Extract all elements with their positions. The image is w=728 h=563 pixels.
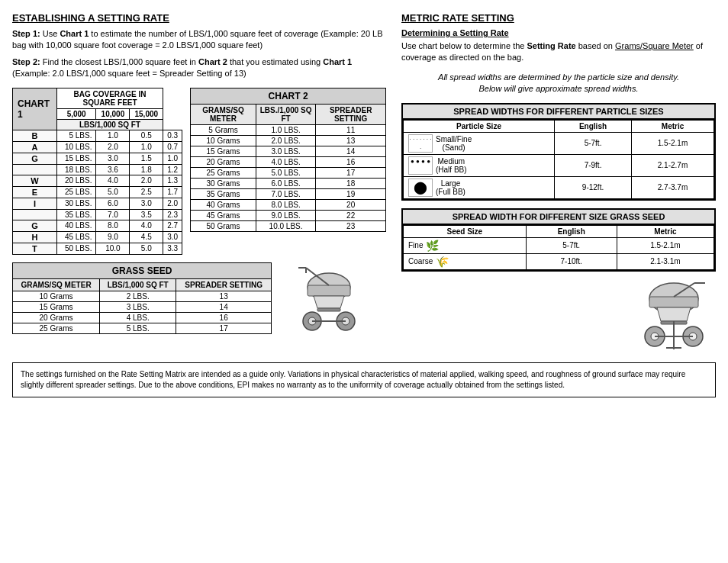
chart1-value: 5.0	[96, 186, 130, 198]
chart2-cell: 9.0 LBS.	[256, 210, 316, 220]
spread-seed-value: 5-7ft.	[526, 237, 617, 253]
chart1-title: CHART 1	[13, 88, 57, 130]
chart1-weight: 35 LBS.	[56, 209, 96, 220]
chart1-value: 1.2	[163, 164, 182, 175]
chart1-value: 0.7	[163, 141, 182, 153]
seed-icon: 🌾	[436, 256, 449, 268]
chart2-cell: 4.0 LBS.	[256, 156, 316, 167]
left-column: ESTABLISHING A SETTING RATE Step 1: Use …	[12, 12, 386, 352]
chart1-value: 2.5	[130, 186, 163, 198]
spread-widths-header: Particle Size	[404, 120, 555, 132]
grass-seed-cell: 20 Grams	[13, 312, 100, 323]
spread-seed-header: English	[526, 225, 617, 237]
spread-widths-header: English	[555, 120, 632, 132]
chart1-side-letter: H	[13, 231, 57, 243]
chart1-weight: 10 LBS.	[56, 141, 96, 153]
chart2-cell: 13	[316, 135, 386, 146]
disclaimer: The settings furnished on the Rate Setti…	[12, 362, 716, 397]
spread-widths-title: SPREAD WIDTHS FOR DIFFERENT PARTICLE SIZ…	[403, 105, 714, 120]
chart2: CHART 2 GRAMS/SQ METERLBS./1,000 SQ FTSP…	[190, 88, 386, 232]
grass-seed-cell: 13	[176, 291, 272, 301]
italic-note: All spread widths are determined by the …	[401, 72, 716, 95]
spread-widths-header: Metric	[632, 120, 714, 132]
chart2-header: LBS./1,000 SQ FT	[256, 104, 316, 124]
chart2-cell: 16	[316, 156, 386, 167]
chart2-cell: 19	[316, 188, 386, 199]
chart1-value: 1.0	[130, 141, 163, 153]
chart1-value: 1.3	[163, 175, 182, 186]
spreader-image-right	[401, 279, 716, 352]
seed-name: Fine	[408, 241, 423, 249]
chart2-cell: 20 Grams	[191, 156, 256, 167]
chart2-cell: 11	[316, 124, 386, 135]
grass-seed-cell: 17	[176, 323, 272, 333]
right-column: METRIC RATE SETTING Determining a Settin…	[401, 12, 716, 352]
chart2-cell: 17	[316, 167, 386, 178]
chart1-weight: 40 LBS.	[56, 220, 96, 231]
svg-rect-3	[317, 308, 340, 311]
spread-seed-value: 2.1-3.1m	[617, 253, 714, 269]
svg-rect-13	[649, 297, 698, 307]
chart1-side-letter: W	[13, 175, 57, 186]
chart1-value: 6.0	[96, 198, 130, 209]
chart2-cell: 15 Grams	[191, 146, 256, 156]
chart2-cell: 25 Grams	[191, 167, 256, 178]
step2: Step 2: Find the closest LBS/1,000 squar…	[12, 56, 386, 80]
chart1-value: 2.0	[96, 141, 130, 153]
chart1-bag-coverage-header: BAG COVERAGE IN SQUARE FEET	[56, 88, 163, 108]
metric-title: METRIC RATE SETTING	[401, 12, 716, 24]
chart1-weight: 18 LBS.	[56, 164, 96, 175]
grass-seed-cell: 10 Grams	[13, 291, 100, 301]
chart1-value: 7.0	[96, 209, 130, 220]
chart2-cell: 5.0 LBS.	[256, 167, 316, 178]
chart1-value: 4.0	[96, 175, 130, 186]
grass-seed-cell: 2 LBS.	[100, 291, 176, 301]
chart1-col1: 5,000	[56, 108, 96, 119]
chart1-value: 3.0	[130, 198, 163, 209]
right-intro: Use chart below to determine the Setting…	[401, 40, 716, 64]
chart1-value: 2.0	[163, 198, 182, 209]
chart2-cell: 18	[316, 178, 386, 188]
bottom-row: GRASS SEED GRAMS/SQ METERLBS/1,000 SQ FT…	[12, 255, 386, 339]
grass-seed-cell: 15 Grams	[13, 301, 100, 312]
determining-title: Determining a Setting Rate	[401, 28, 716, 37]
spread-widths-table: Particle SizeEnglishMetric · · · · · · ·…	[403, 120, 714, 199]
chart1-value: 3.0	[163, 231, 182, 243]
svg-rect-1	[308, 285, 350, 296]
chart1-value: 1.0	[96, 130, 130, 141]
chart2-cell: 10 Grams	[191, 135, 256, 146]
particle-icon: · · · · · · · ·	[408, 134, 433, 153]
chart2-cell: 8.0 LBS.	[256, 199, 316, 210]
chart1-value: 3.5	[130, 209, 163, 220]
grass-seed-cell: 3 LBS.	[100, 301, 176, 312]
chart1-value: 1.5	[130, 153, 163, 164]
chart1-value: 10.0	[96, 243, 130, 254]
spread-width-value: 2.1-2.7m	[632, 154, 714, 176]
chart1-value: 8.0	[96, 220, 130, 231]
spread-width-value: 9-12ft.	[555, 176, 632, 198]
step1: Step 1: Use Chart 1 to estimate the numb…	[12, 28, 386, 52]
grass-seed-header: SPREADER SETTING	[176, 278, 272, 291]
charts-row: CHART 1 BAG COVERAGE IN SQUARE FEET 5,00…	[12, 88, 386, 255]
spread-seed-header: Seed Size	[404, 225, 527, 237]
steps: Step 1: Use Chart 1 to estimate the numb…	[12, 28, 386, 80]
chart1-side-letter: T	[13, 243, 57, 254]
spread-seed-value: 7-10ft.	[526, 253, 617, 269]
chart1-weight: 30 LBS.	[56, 198, 96, 209]
chart1-weight: 15 LBS.	[56, 153, 96, 164]
spread-seed-header: Metric	[617, 225, 714, 237]
chart1-value: 0.3	[163, 130, 182, 141]
chart1-weight: 50 LBS.	[56, 243, 96, 254]
chart1-value: 3.6	[96, 164, 130, 175]
grass-seed-header: GRAMS/SQ METER	[13, 278, 100, 291]
grass-seed-cell: 16	[176, 312, 272, 323]
chart2-header: SPREADER SETTING	[316, 104, 386, 124]
chart1-value: 5.0	[130, 243, 163, 254]
particle-name: Small/Fine (Sand)	[436, 135, 472, 152]
chart1-side-letter: G	[13, 153, 57, 164]
chart1-value: 1.0	[163, 153, 182, 164]
chart1-value: 9.0	[96, 231, 130, 243]
particle-name: Medium (Half BB)	[436, 157, 467, 174]
chart2-cell: 40 Grams	[191, 199, 256, 210]
chart2-cell: 5 Grams	[191, 124, 256, 135]
